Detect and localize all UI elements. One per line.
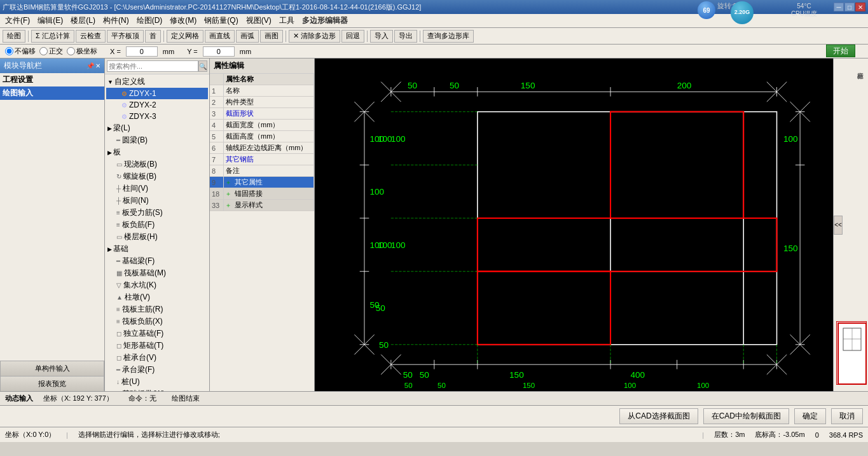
search-button[interactable]: 🔍 <box>198 60 207 72</box>
fnd-belt-item[interactable]: ━ 基础板带(W) <box>106 388 208 391</box>
prop-row-3[interactable]: 3 截面形状 <box>210 108 314 120</box>
prop-row-9[interactable]: 9 ＋ 其它属性 <box>210 177 314 188</box>
menu-tools[interactable]: 工具 <box>275 14 298 27</box>
prop-row-18[interactable]: 18 ＋ 锚固搭接 <box>210 188 314 200</box>
raft-main-rebar-item[interactable]: ≡ 筏板主筋(R) <box>106 303 208 315</box>
toolbar-undo[interactable]: 回退 <box>341 30 364 43</box>
menu-file[interactable]: 文件(F) <box>1 14 34 27</box>
menu-rebar-qty[interactable]: 钢筋量(Q) <box>200 14 242 27</box>
comp-section-foundation[interactable]: 基础 <box>106 243 208 255</box>
coord-x-input[interactable] <box>126 46 158 57</box>
comp-section-slab[interactable]: 板 <box>106 146 208 158</box>
menu-component[interactable]: 构件(N) <box>99 14 133 27</box>
comp-section-beam[interactable]: 梁(L) <box>106 122 208 134</box>
toolbar-level-top[interactable]: 平齐板顶 <box>107 30 144 43</box>
comp-section-custom-line[interactable]: 自定义线 <box>106 76 208 88</box>
prop-row-2[interactable]: 2 构件类型 <box>210 97 314 108</box>
toolbar-cloud-check[interactable]: 云检查 <box>76 30 106 43</box>
fnd-beam-item[interactable]: ━ 基础梁(F) <box>106 255 208 267</box>
menu-draw[interactable]: 绘图(D) <box>133 14 167 27</box>
menu-floor[interactable]: 楼层(L) <box>67 14 99 27</box>
menu-view[interactable]: 视图(V) <box>242 14 275 27</box>
prop-expand-9[interactable]: ＋ <box>224 177 233 188</box>
rect-fnd-item[interactable]: ◻ 矩形基础(T) <box>106 340 208 352</box>
pile-cap-beam-item[interactable]: ━ 承台梁(F) <box>106 364 208 376</box>
snap-ortho-radio[interactable] <box>39 47 48 55</box>
pile-cap-item[interactable]: ◻ 桩承台(V) <box>106 352 208 364</box>
nav-pin-icon[interactable]: 📌 <box>86 62 94 69</box>
minimize-btn[interactable]: ─ <box>834 3 844 11</box>
in-cad-button[interactable]: 在CAD中绘制截面图 <box>703 408 789 424</box>
close-btn[interactable]: ✕ <box>855 3 865 11</box>
snap-none-radio[interactable] <box>5 47 13 55</box>
coord-x-unit: mm <box>163 48 174 55</box>
prop-row-4[interactable]: 4 截面宽度（mm） <box>210 120 314 131</box>
right-expand-btn[interactable]: << <box>834 216 843 235</box>
cast-slab-item[interactable]: ▭ 现浇板(B) <box>106 158 208 170</box>
zdyx-2-item[interactable]: ⚙ ZDYX-2 <box>106 99 208 111</box>
prop-row-8[interactable]: 8 备注 <box>210 165 314 177</box>
prop-row-33[interactable]: 33 ＋ 显示样式 <box>210 200 314 211</box>
toolbar-first[interactable]: 首 <box>145 30 161 43</box>
gear-icon-3: ⚙ <box>121 113 127 120</box>
maximize-btn[interactable]: □ <box>844 3 855 11</box>
prop-expand-33[interactable]: ＋ <box>224 200 233 211</box>
menu-modify[interactable]: 修改(M) <box>166 14 200 27</box>
spiral-slab-item[interactable]: ↻ 螺旋板(B) <box>106 170 208 183</box>
raft-fnd-item[interactable]: ▦ 筏板基础(M) <box>106 267 208 279</box>
toolbar-draw-shape[interactable]: 画图 <box>260 30 283 43</box>
status-count: 0 <box>815 431 819 439</box>
toolbar-clear-poly[interactable]: ✕ 清除多边形 <box>289 30 340 43</box>
toolbar-draw-arc[interactable]: 画弧 <box>236 30 259 43</box>
toolbar-query-poly-lib[interactable]: 查询多边形库 <box>423 30 474 43</box>
sump-item[interactable]: ▽ 集水坑(K) <box>106 279 208 291</box>
nav-bottom: 单构件输入 报表预览 <box>0 361 104 391</box>
prop-expand-18[interactable]: ＋ <box>224 188 233 199</box>
status-right-coord: 368.4 RPS <box>829 431 863 439</box>
beam-round-item[interactable]: ━ 圆梁(B) <box>106 134 208 146</box>
dim-50-side: 50 <box>379 340 389 350</box>
pile-item[interactable]: ↓ 桩(U) <box>106 376 208 388</box>
toolbar-draw-line[interactable]: 画直线 <box>205 30 235 43</box>
snap-polar-radio[interactable] <box>67 47 75 55</box>
zdyx-1-item[interactable]: ⚙ ZDYX-1 <box>106 88 208 99</box>
prop-row-5[interactable]: 5 截面高度（mm） <box>210 131 314 142</box>
toolbar-draw[interactable]: 绘图 <box>3 30 25 43</box>
single-component-input[interactable]: 单构件输入 <box>0 361 104 376</box>
coord-y-input[interactable] <box>203 46 235 57</box>
snap-ortho[interactable]: 正交 <box>39 46 63 56</box>
nav-close-icon[interactable]: ✕ <box>95 62 100 69</box>
coord-display: 坐标（X: 192 Y: 377） <box>43 394 113 403</box>
status-floor-height: 底标高：-3.05m <box>755 430 804 439</box>
col-gap-item[interactable]: ┼ 柱间(V) <box>106 183 208 195</box>
slab-rebar-s-item[interactable]: ≡ 板受力筋(S) <box>106 207 208 219</box>
report-preview[interactable]: 报表预览 <box>0 376 104 391</box>
raft-neg-rebar-item[interactable]: ≡ 筏板负筋(X) <box>106 315 208 328</box>
nav-item-drawing[interactable]: 绘图输入 <box>0 86 104 100</box>
from-cad-button[interactable]: 从CAD选择截面图 <box>619 408 698 424</box>
slab-gap-item[interactable]: ┼ 板间(N) <box>106 195 208 207</box>
prop-row-6[interactable]: 6 轴线距左边线距离（mm） <box>210 142 314 154</box>
toolbar-calculate[interactable]: Σ 汇总计算 <box>31 30 74 43</box>
floor-slab-h-item[interactable]: ▭ 楼层板(H) <box>106 231 208 243</box>
toolbar-def-grid[interactable]: 定义网格 <box>167 30 203 43</box>
cancel-button[interactable]: 取消 <box>831 408 863 424</box>
col-pier-item[interactable]: ▲ 柱墩(V) <box>106 291 208 303</box>
start-button[interactable]: 开始 <box>826 45 855 57</box>
snap-none[interactable]: 不偏移 <box>5 46 36 56</box>
slab-gap-icon: ┼ <box>116 197 121 204</box>
ok-button[interactable]: 确定 <box>794 408 826 424</box>
prop-row-1[interactable]: 1 名称 <box>210 85 314 97</box>
snap-polar[interactable]: 极坐标 <box>67 46 97 56</box>
prop-row-7[interactable]: 7 其它钢筋 <box>210 154 314 165</box>
zdyx-3-item[interactable]: ⚙ ZDYX-3 <box>106 111 208 122</box>
iso-fnd-item[interactable]: ◻ 独立基础(F) <box>106 328 208 340</box>
toolbar-import[interactable]: 导入 <box>370 30 393 43</box>
search-input[interactable] <box>107 60 198 72</box>
menu-edit[interactable]: 编辑(E) <box>34 14 67 27</box>
toolbar-export[interactable]: 导出 <box>394 30 417 43</box>
menu-poly-editor[interactable]: 多边形编辑器 <box>298 14 352 27</box>
slab-rebar-f-item[interactable]: ≡ 板负筋(F) <box>106 219 208 231</box>
drawing-canvas[interactable]: 50 50 150 200 100 100 1 <box>315 59 833 391</box>
nav-item-engineering[interactable]: 工程设置 <box>0 73 104 86</box>
